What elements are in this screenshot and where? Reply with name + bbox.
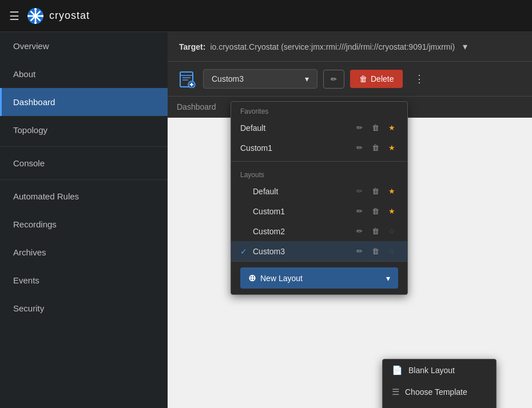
- choose-template-item[interactable]: ☰ Choose Template: [383, 381, 496, 403]
- upload-template-item[interactable]: ⬆ Upload Template: [383, 403, 496, 408]
- layout-custom3-edit-btn[interactable]: ✏: [354, 246, 366, 257]
- layout-custom1-edit-btn[interactable]: ✏: [354, 206, 366, 217]
- layout-custom2-edit-btn[interactable]: ✏: [354, 226, 366, 237]
- target-dropdown-button[interactable]: ▾: [459, 40, 471, 53]
- hamburger-icon[interactable]: ☰: [9, 9, 19, 23]
- sidebar-item-automated-rules[interactable]: Automated Rules: [0, 182, 168, 210]
- choose-template-icon: ☰: [392, 387, 399, 397]
- favorite-default-star-btn[interactable]: ★: [386, 122, 398, 133]
- layout-custom3-delete-btn[interactable]: 🗑: [369, 246, 382, 257]
- dropdown-favorite-custom1[interactable]: Custom1 ✏ 🗑 ★: [231, 138, 407, 158]
- content-area: Target: io.cryostat.Cryostat (service:jm…: [168, 32, 532, 408]
- dropdown-favorite-default[interactable]: Default ✏ 🗑 ★: [231, 118, 407, 138]
- sidebar-item-about[interactable]: About: [0, 60, 168, 88]
- sidebar-item-console[interactable]: Console: [0, 149, 168, 177]
- breadcrumb-text: Dashboard: [177, 102, 216, 111]
- svg-point-7: [27, 15, 30, 17]
- layout-default-edit-btn[interactable]: ✏: [354, 186, 366, 197]
- dropdown-layout-custom2[interactable]: Custom2 ✏ 🗑 ☆: [231, 221, 407, 241]
- sidebar-item-events[interactable]: Events: [0, 266, 168, 294]
- dropdown-layout-custom1[interactable]: Custom1 ✏ 🗑 ★: [231, 201, 407, 221]
- app-title: cryostat: [49, 10, 90, 22]
- layout-selector-wrapper: Custom3 ▾ Favorites Default ✏ 🗑 ★: [203, 69, 317, 89]
- sidebar-item-overview[interactable]: Overview: [0, 32, 168, 60]
- logo: cryostat: [26, 7, 90, 25]
- choose-template-label: Choose Template: [405, 387, 467, 397]
- selector-chevron-icon: ▾: [305, 74, 309, 83]
- blank-layout-item[interactable]: 📄 Blank Layout: [383, 359, 496, 381]
- new-layout-button[interactable]: ⊕ New Layout ▾: [240, 267, 398, 289]
- sidebar-item-security[interactable]: Security: [0, 294, 168, 322]
- sidebar: Overview About Dashboard Topology Consol…: [0, 32, 168, 408]
- sidebar-item-recordings[interactable]: Recordings: [0, 210, 168, 238]
- delete-layout-button[interactable]: 🗑 Delete: [350, 70, 403, 88]
- new-layout-area: ⊕ New Layout ▾: [231, 261, 407, 294]
- blank-layout-icon: 📄: [392, 365, 403, 375]
- new-layout-plus-icon: ⊕: [248, 273, 256, 283]
- edit-icon: ✏: [331, 75, 337, 83]
- navbar: ☰ cryostat: [0, 0, 532, 32]
- layout-default-delete-btn[interactable]: 🗑: [369, 186, 382, 197]
- delete-icon: 🗑: [359, 74, 367, 83]
- sidebar-divider-2: [0, 179, 168, 180]
- edit-layout-button[interactable]: ✏: [323, 70, 344, 89]
- dashboard-toolbar: Custom3 ▾ Favorites Default ✏ 🗑 ★: [168, 62, 532, 97]
- layout-selector-button[interactable]: Custom3 ▾: [203, 69, 317, 89]
- book-add-icon: [178, 70, 196, 88]
- new-layout-arrow-icon: ▾: [386, 274, 390, 283]
- delete-label: Delete: [371, 74, 394, 83]
- main-layout: Overview About Dashboard Topology Consol…: [0, 32, 532, 408]
- favorite-custom1-edit-btn[interactable]: ✏: [354, 142, 366, 153]
- favorites-section-label: Favorites: [231, 102, 407, 118]
- new-layout-label: New Layout: [260, 274, 303, 283]
- layouts-section-label: Layouts: [231, 165, 407, 181]
- layout-custom1-star-btn[interactable]: ★: [386, 206, 398, 217]
- dropdown-separator: [231, 161, 407, 162]
- svg-point-8: [41, 15, 43, 17]
- logo-snowflake-icon: [26, 7, 45, 25]
- layout-custom2-delete-btn[interactable]: 🗑: [369, 226, 382, 237]
- dropdown-layout-default[interactable]: Default ✏ 🗑 ★: [231, 181, 407, 201]
- target-label: Target:: [179, 42, 205, 51]
- svg-point-5: [34, 8, 37, 10]
- dashboard-book-icon: [177, 69, 197, 89]
- favorite-default-edit-btn[interactable]: ✏: [354, 122, 366, 133]
- dropdown-layout-custom3[interactable]: ✓ Custom3 ✏ 🗑 ☆: [231, 241, 407, 261]
- favorite-custom1-star-btn[interactable]: ★: [386, 142, 398, 153]
- sidebar-item-dashboard[interactable]: Dashboard: [0, 88, 168, 116]
- target-value: io.cryostat.Cryostat (service:jmx:rmi://…: [210, 42, 455, 51]
- layout-custom1-delete-btn[interactable]: 🗑: [369, 206, 382, 217]
- layout-default-star-btn[interactable]: ★: [386, 186, 398, 197]
- layout-dropdown: Favorites Default ✏ 🗑 ★ Custom1 ✏ 🗑 ★: [231, 101, 408, 295]
- favorite-custom1-delete-btn[interactable]: 🗑: [369, 142, 382, 153]
- more-options-button[interactable]: ⋮: [408, 69, 430, 89]
- new-layout-sub-dropdown: 📄 Blank Layout ☰ Choose Template ⬆ Uploa…: [382, 359, 497, 408]
- current-layout-label: Custom3: [212, 74, 244, 83]
- sidebar-item-archives[interactable]: Archives: [0, 238, 168, 266]
- more-icon: ⋮: [414, 73, 424, 85]
- blank-layout-label: Blank Layout: [408, 366, 455, 375]
- sidebar-divider-1: [0, 146, 168, 147]
- favorite-default-delete-btn[interactable]: 🗑: [369, 122, 382, 133]
- target-bar: Target: io.cryostat.Cryostat (service:jm…: [168, 32, 532, 62]
- layout-custom2-star-btn[interactable]: ☆: [386, 226, 398, 237]
- layout-custom3-star-btn[interactable]: ☆: [386, 246, 398, 257]
- sidebar-item-topology[interactable]: Topology: [0, 116, 168, 144]
- svg-point-6: [34, 22, 37, 24]
